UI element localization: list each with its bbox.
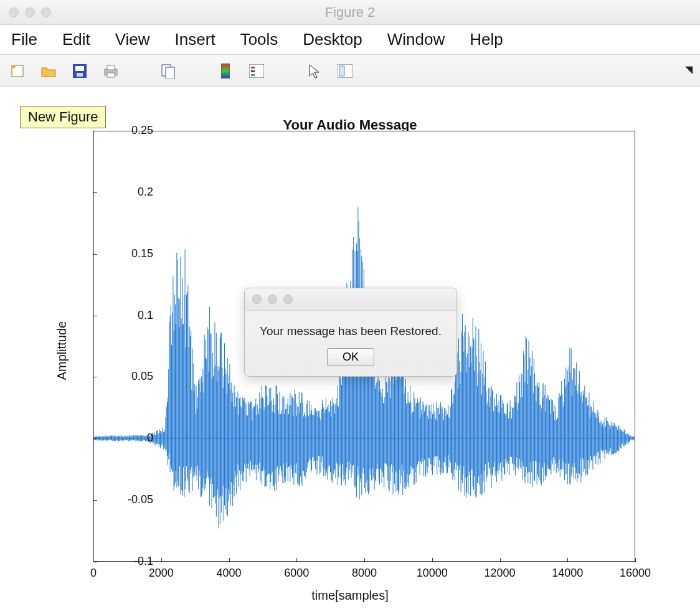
menu-file[interactable]: File — [11, 30, 37, 49]
y-axis-label: Amplittude — [55, 321, 69, 380]
svg-rect-10 — [221, 64, 230, 78]
menu-window[interactable]: Window — [387, 30, 445, 49]
x-tick: 4000 — [216, 567, 241, 580]
colorbar-icon[interactable] — [217, 62, 234, 80]
new-figure-icon[interactable] — [9, 62, 26, 80]
window-title: Figure 2 — [0, 4, 700, 21]
dialog-titlebar — [245, 288, 456, 311]
window-titlebar: Figure 2 — [0, 0, 700, 25]
dialog-close-icon[interactable] — [252, 295, 262, 304]
pointer-icon[interactable] — [305, 62, 323, 80]
menubar: File Edit View Insert Tools Desktop Wind… — [0, 25, 700, 55]
y-tick: 0.15 — [121, 247, 153, 260]
open-icon[interactable] — [40, 62, 57, 80]
y-tick: 0.25 — [121, 124, 153, 137]
window-controls — [0, 7, 51, 17]
toolbar: ◥ — [0, 55, 700, 87]
dialog-message: Your message has been Restored. — [245, 311, 456, 344]
print-icon[interactable] — [102, 62, 120, 80]
minimize-icon[interactable] — [25, 7, 35, 17]
dialog-minimize-icon[interactable] — [268, 295, 277, 304]
menu-help[interactable]: Help — [470, 30, 503, 49]
ok-button[interactable]: OK — [327, 348, 374, 366]
legend-icon[interactable] — [248, 62, 265, 80]
svg-rect-9 — [166, 67, 174, 78]
print-preview-icon[interactable] — [159, 62, 177, 80]
svg-rect-7 — [107, 73, 115, 77]
svg-rect-13 — [251, 70, 255, 72]
dock-arrow-icon[interactable]: ◥ — [685, 64, 693, 75]
y-tick: 0.2 — [121, 186, 153, 199]
x-tick: 16000 — [620, 567, 651, 580]
menu-view[interactable]: View — [115, 30, 150, 49]
y-tick: 0.05 — [121, 370, 153, 383]
x-tick: 2000 — [149, 567, 174, 580]
x-tick: 6000 — [284, 567, 309, 580]
svg-rect-14 — [251, 74, 255, 76]
svg-rect-4 — [77, 73, 83, 77]
save-icon[interactable] — [71, 62, 88, 80]
x-axis-label: time[samples] — [0, 588, 700, 603]
x-tick: 12000 — [484, 567, 515, 580]
tooltip-new-figure: New Figure — [20, 106, 106, 128]
dialog-zoom-icon[interactable] — [283, 295, 293, 304]
message-dialog: Your message has been Restored. OK — [244, 288, 457, 377]
svg-rect-3 — [75, 66, 84, 71]
menu-edit[interactable]: Edit — [62, 30, 90, 49]
menu-desktop[interactable]: Desktop — [303, 30, 362, 49]
x-tick: 10000 — [417, 567, 448, 580]
y-tick: -0.05 — [121, 493, 153, 506]
svg-rect-12 — [251, 67, 255, 68]
x-tick: 14000 — [552, 567, 583, 580]
close-icon[interactable] — [9, 7, 19, 17]
svg-rect-6 — [107, 65, 115, 70]
menu-insert[interactable]: Insert — [175, 30, 215, 49]
y-tick: -0.1 — [121, 555, 153, 568]
y-tick: 0.1 — [121, 309, 153, 322]
y-tick: 0 — [121, 432, 153, 445]
zoom-icon[interactable] — [41, 7, 51, 17]
svg-point-1 — [12, 65, 16, 68]
x-tick: 8000 — [352, 567, 377, 580]
data-cursor-icon[interactable] — [336, 62, 354, 80]
x-tick: 0 — [90, 567, 97, 580]
menu-tools[interactable]: Tools — [240, 30, 278, 49]
svg-rect-16 — [339, 66, 344, 76]
